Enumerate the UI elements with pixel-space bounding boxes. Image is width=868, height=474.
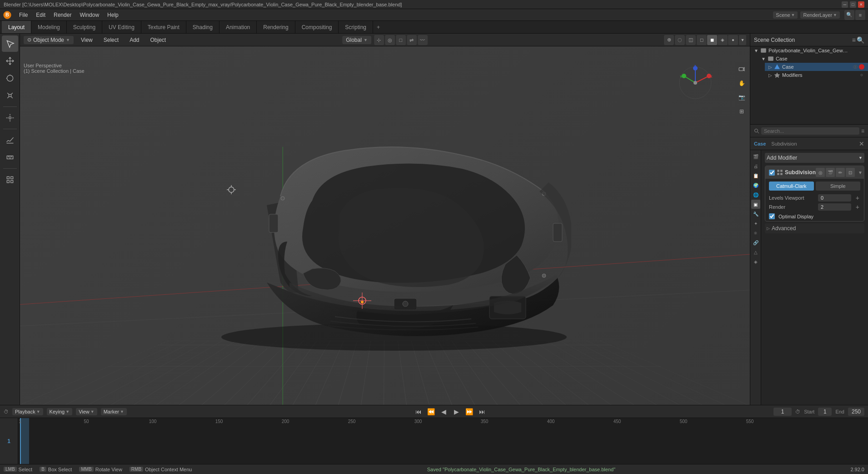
render-props-icon[interactable]: 🎬 bbox=[751, 152, 760, 161]
move-tool-button[interactable] bbox=[2, 53, 18, 69]
outliner-modifiers[interactable]: ▷ Modifiers bbox=[765, 71, 868, 79]
render-increment[interactable]: + bbox=[855, 203, 860, 211]
frame-number-display[interactable]: 1 bbox=[0, 418, 18, 464]
transform-pivot-button[interactable]: □ bbox=[396, 35, 406, 45]
minimize-button[interactable]: ─ bbox=[842, 1, 848, 8]
filter-icon[interactable]: ≡ bbox=[855, 10, 865, 20]
grid-icon[interactable]: ⊞ bbox=[735, 105, 748, 118]
add-modifier-button[interactable]: Add Modifier ▼ bbox=[765, 153, 864, 163]
camera-view-button[interactable] bbox=[735, 63, 748, 76]
modifier-cage-toggle[interactable]: ⊡ bbox=[846, 168, 855, 177]
step-forward-button[interactable]: ⏩ bbox=[464, 406, 475, 417]
modifier-props-icon[interactable]: 🔧 bbox=[751, 209, 760, 218]
properties-filter-icon[interactable]: ≡ bbox=[861, 128, 864, 134]
transform-tool-button[interactable] bbox=[2, 110, 18, 126]
blender-logo[interactable]: B bbox=[3, 10, 12, 20]
add-menu-button[interactable]: Add bbox=[126, 36, 143, 44]
current-frame-input[interactable]: 1 bbox=[773, 408, 792, 416]
tab-uv-editing[interactable]: UV Editing bbox=[102, 21, 141, 33]
view-menu-button[interactable]: View bbox=[77, 36, 96, 44]
select-menu-button[interactable]: Select bbox=[100, 36, 122, 44]
output-props-icon[interactable]: 🖨 bbox=[751, 161, 760, 171]
keying-menu[interactable]: Keying ▼ bbox=[47, 408, 73, 415]
play-reverse-button[interactable]: ◀ bbox=[439, 406, 449, 417]
camera-icon[interactable]: 📷 bbox=[735, 91, 748, 104]
hide-icon[interactable] bbox=[853, 64, 858, 70]
tab-texture-paint[interactable]: Texture Paint bbox=[141, 21, 186, 33]
timeline-ruler[interactable]: 1 50 100 150 200 250 300 350 400 450 500… bbox=[0, 418, 868, 464]
outliner-search-icon[interactable]: 🔍 bbox=[857, 36, 864, 44]
modifier-visibility-icon[interactable] bbox=[859, 72, 864, 78]
proportional-falloff-button[interactable]: 〰 bbox=[418, 35, 428, 45]
modifier-render-toggle[interactable]: 🎬 bbox=[826, 168, 835, 177]
jump-to-start-button[interactable]: ⏮ bbox=[413, 406, 424, 417]
particles-props-icon[interactable]: ✦ bbox=[751, 219, 760, 228]
object-props-icon[interactable]: ▣ bbox=[751, 200, 760, 209]
3d-viewport[interactable]: ⊙ Object Mode ▼ View Select Add Object G… bbox=[20, 34, 750, 405]
tab-animation[interactable]: Animation bbox=[219, 21, 257, 33]
tab-add-button[interactable]: + bbox=[373, 21, 384, 33]
physics-props-icon[interactable]: ⚛ bbox=[751, 228, 760, 237]
maximize-button[interactable]: □ bbox=[850, 1, 856, 8]
world-props-icon[interactable]: 🌐 bbox=[751, 190, 760, 199]
scene-canvas[interactable]: User Perspective (1) Scene Collection | … bbox=[20, 46, 750, 405]
scene-selector[interactable]: Scene ▼ bbox=[773, 11, 798, 19]
outliner-case-collection[interactable]: ▼ Case bbox=[758, 55, 868, 63]
end-frame-input[interactable]: 250 bbox=[848, 408, 864, 416]
measure-tool-button[interactable] bbox=[2, 149, 18, 166]
start-frame-input[interactable]: 1 bbox=[818, 408, 832, 416]
levels-viewport-value[interactable]: 0 bbox=[818, 194, 851, 202]
hand-tool-button[interactable]: ✋ bbox=[735, 77, 748, 90]
menu-help[interactable]: Help bbox=[104, 11, 122, 19]
mode-selector[interactable]: ⊙ Object Mode ▼ bbox=[24, 36, 74, 44]
timeline-clock-icon[interactable]: ⏱ bbox=[4, 409, 9, 414]
proportional-edit-button[interactable]: ◎ bbox=[385, 35, 395, 45]
cursor-tool-button[interactable] bbox=[2, 35, 18, 52]
marker-menu[interactable]: Marker ▼ bbox=[101, 408, 127, 415]
scene-props-icon[interactable]: 🌍 bbox=[751, 181, 760, 190]
outliner-scene-collection[interactable]: ▼ Polycarbonate_Violin_Case_Gewa_Pure_Bl… bbox=[750, 46, 868, 55]
playback-menu[interactable]: Playback ▼ bbox=[12, 408, 43, 415]
constraints-props-icon[interactable]: 🔗 bbox=[751, 238, 760, 247]
object-menu-button[interactable]: Object bbox=[146, 36, 170, 44]
render-value[interactable]: 2 bbox=[818, 203, 851, 211]
material-props-icon[interactable]: ◈ bbox=[751, 257, 760, 266]
global-selector[interactable]: Global ▼ bbox=[342, 36, 371, 44]
rendered-shading-button[interactable]: ● bbox=[728, 35, 738, 45]
tab-compositing[interactable]: Compositing bbox=[295, 21, 339, 33]
render-visibility-icon[interactable] bbox=[859, 64, 864, 70]
tab-scripting[interactable]: Scripting bbox=[339, 21, 373, 33]
search-icon[interactable]: 🔍 bbox=[844, 10, 854, 20]
tab-sculpting[interactable]: Sculpting bbox=[67, 21, 102, 33]
shading-dropdown[interactable]: ▼ bbox=[739, 35, 746, 45]
annotate-tool-button[interactable] bbox=[2, 132, 18, 148]
close-button[interactable]: ✕ bbox=[858, 1, 864, 8]
wireframe-shading-button[interactable]: ◻ bbox=[697, 35, 707, 45]
data-props-icon[interactable]: △ bbox=[751, 247, 760, 257]
snap-button[interactable]: ⊹ bbox=[374, 35, 384, 45]
axis-gizmo[interactable]: X Y Z bbox=[677, 65, 713, 101]
outliner-case-mesh[interactable]: ▷ Case bbox=[765, 63, 868, 71]
mirror-button[interactable]: ⇌ bbox=[407, 35, 417, 45]
optimal-display-checkbox[interactable] bbox=[769, 213, 775, 219]
gizmo-toggle[interactable]: ⊕ bbox=[664, 35, 674, 45]
properties-search-input[interactable] bbox=[761, 127, 859, 135]
menu-edit[interactable]: Edit bbox=[32, 11, 49, 19]
play-button[interactable]: ▶ bbox=[451, 406, 462, 417]
window-controls[interactable]: ─ □ ✕ bbox=[842, 1, 864, 8]
catmull-clark-button[interactable]: Catmull-Clark bbox=[769, 182, 814, 191]
properties-close-icon[interactable]: ✕ bbox=[859, 140, 864, 147]
scale-tool-button[interactable] bbox=[2, 87, 18, 104]
modifier-realtime-toggle[interactable]: ◎ bbox=[816, 168, 825, 177]
advanced-section[interactable]: ▷ Advanced bbox=[765, 223, 864, 233]
step-back-button[interactable]: ⏪ bbox=[426, 406, 437, 417]
overlay-toggle[interactable]: ◌ bbox=[675, 35, 685, 45]
modifier-edit-toggle[interactable]: ✏ bbox=[836, 168, 845, 177]
simple-button[interactable]: Simple bbox=[816, 182, 861, 191]
modifier-enable-checkbox[interactable] bbox=[769, 170, 775, 176]
modifier-expand-icon[interactable]: ▼ bbox=[856, 168, 864, 177]
menu-render[interactable]: Render bbox=[50, 11, 75, 19]
tab-modeling[interactable]: Modeling bbox=[31, 21, 67, 33]
jump-to-end-button[interactable]: ⏭ bbox=[477, 406, 488, 417]
rotate-tool-button[interactable] bbox=[2, 70, 18, 86]
